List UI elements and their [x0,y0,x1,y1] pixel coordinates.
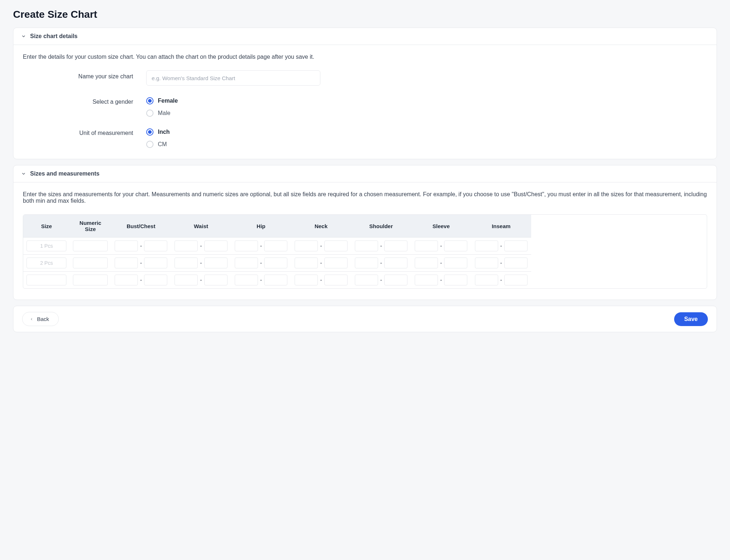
column-header-shoulder: Shoulder [351,215,411,238]
bust_chest-min-input[interactable] [115,240,138,251]
unit-radio-cm[interactable]: CM [146,141,707,148]
shoulder-min-input[interactable] [355,240,378,251]
section-sizes: Sizes and measurements Enter the sizes a… [13,165,717,300]
unit-radio-group: InchCM [146,127,707,148]
sizes-intro: Enter the sizes and measurements for you… [23,191,707,204]
neck-max-input[interactable] [324,258,348,268]
section-sizes-header[interactable]: Sizes and measurements [13,165,717,182]
bust_chest-max-input[interactable] [144,275,167,285]
numeric_size-input[interactable] [73,275,108,285]
size-table: SizeNumeric SizeBust/ChestWaistHipNeckSh… [23,215,531,288]
radio-icon [146,141,153,148]
bust_chest-max-input[interactable] [144,258,167,268]
waist-max-input[interactable] [204,275,227,285]
unit-radio-inch[interactable]: Inch [146,128,707,136]
inseam-max-input[interactable] [504,240,528,251]
sleeve-min-input[interactable] [415,240,438,251]
hip-max-input[interactable] [264,240,287,251]
neck-min-input[interactable] [295,275,318,285]
range-dash: - [440,243,442,249]
shoulder-max-input[interactable] [384,275,407,285]
bust_chest-min-input[interactable] [115,258,138,268]
numeric_size-input[interactable] [73,258,108,268]
hip-min-input[interactable] [235,275,258,285]
range-dash: - [200,260,202,266]
column-header-inseam: Inseam [471,215,531,238]
gender-radio-female[interactable]: Female [146,97,707,104]
range-dash: - [200,243,202,249]
section-details-header[interactable]: Size chart details [13,28,717,45]
back-button[interactable]: Back [22,312,59,326]
hip-max-input[interactable] [264,275,287,285]
waist-max-input[interactable] [204,240,227,251]
cell-size [23,272,70,289]
inseam-min-input[interactable] [475,240,498,251]
cell-inseam: - [471,238,531,255]
cell-sleeve: - [411,255,471,272]
cell-numeric_size [70,238,111,255]
sleeve-min-input[interactable] [415,258,438,268]
shoulder-max-input[interactable] [384,258,407,268]
save-button-label: Save [684,316,698,322]
range-dash: - [320,260,322,266]
cell-neck: - [291,255,351,272]
cell-hip: - [231,272,291,289]
radio-icon [146,128,153,136]
range-dash: - [260,243,262,249]
shoulder-min-input[interactable] [355,275,378,285]
neck-min-input[interactable] [295,240,318,251]
size-input[interactable] [26,258,66,268]
numeric_size-input[interactable] [73,240,108,251]
sleeve-max-input[interactable] [444,275,467,285]
cell-numeric_size [70,255,111,272]
range-dash: - [140,243,142,249]
inseam-min-input[interactable] [475,258,498,268]
waist-max-input[interactable] [204,258,227,268]
inseam-max-input[interactable] [504,258,528,268]
cell-neck: - [291,272,351,289]
shoulder-min-input[interactable] [355,258,378,268]
size-input[interactable] [26,240,66,251]
neck-max-input[interactable] [324,275,348,285]
size-input[interactable] [26,275,66,285]
range-dash: - [500,260,502,266]
name-input[interactable] [146,70,320,86]
neck-max-input[interactable] [324,240,348,251]
gender-radio-male[interactable]: Male [146,110,707,117]
waist-min-input[interactable] [175,275,198,285]
hip-min-input[interactable] [235,258,258,268]
shoulder-max-input[interactable] [384,240,407,251]
range-dash: - [440,260,442,266]
hip-max-input[interactable] [264,258,287,268]
cell-waist: - [171,272,231,289]
radio-label: CM [158,141,167,148]
range-dash: - [380,243,382,249]
save-button[interactable]: Save [674,312,708,326]
bust_chest-min-input[interactable] [115,275,138,285]
radio-label: Male [158,110,171,116]
cell-waist: - [171,238,231,255]
waist-min-input[interactable] [175,258,198,268]
sleeve-min-input[interactable] [415,275,438,285]
sleeve-max-input[interactable] [444,258,467,268]
size-table-scroll[interactable]: SizeNumeric SizeBust/ChestWaistHipNeckSh… [23,214,707,289]
inseam-min-input[interactable] [475,275,498,285]
cell-inseam: - [471,272,531,289]
page-title: Create Size Chart [13,9,717,20]
inseam-max-input[interactable] [504,275,528,285]
hip-min-input[interactable] [235,240,258,251]
column-header-size: Size [23,215,70,238]
details-intro: Enter the details for your custom size c… [23,54,707,60]
sleeve-max-input[interactable] [444,240,467,251]
column-header-sleeve: Sleeve [411,215,471,238]
gender-radio-group: FemaleMale [146,96,707,117]
neck-min-input[interactable] [295,258,318,268]
cell-bust_chest: - [111,238,171,255]
waist-min-input[interactable] [175,240,198,251]
cell-hip: - [231,255,291,272]
cell-shoulder: - [351,255,411,272]
cell-size [23,238,70,255]
cell-sleeve: - [411,272,471,289]
bust_chest-max-input[interactable] [144,240,167,251]
column-header-bust_chest: Bust/Chest [111,215,171,238]
